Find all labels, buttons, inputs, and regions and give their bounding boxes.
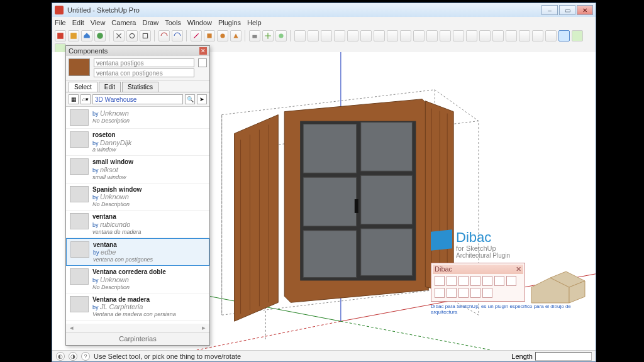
components-panel-close-icon[interactable]: ✕ (199, 47, 207, 55)
svg-line-10 (197, 321, 341, 350)
toolbar-button[interactable] (374, 30, 385, 41)
window-maximize-button[interactable]: ▭ (559, 5, 575, 15)
dibac-tool-button[interactable] (506, 276, 516, 286)
status-icon[interactable]: ◐ (56, 352, 65, 361)
toolbar-button[interactable] (387, 30, 398, 41)
home-icon[interactable]: ⌂▾ (80, 94, 91, 104)
component-result-item[interactable]: Ventana corredera doble by Unknown No De… (66, 266, 209, 293)
component-result-item[interactable]: Ventana de madera by JL Carpinteria Vent… (66, 293, 209, 321)
toolbar-button[interactable] (479, 30, 491, 41)
components-panel[interactable]: Components ✕ Select Edit Statistics ▦ ⌂▾… (65, 45, 210, 346)
window-close-button[interactable]: ✕ (577, 5, 593, 15)
toolbar-button[interactable] (413, 30, 425, 41)
nav-prev-icon[interactable]: ◂ (70, 324, 74, 332)
toolbar-button[interactable] (466, 30, 477, 41)
toolbar-button[interactable] (308, 30, 319, 41)
dibac-tool-button[interactable] (470, 288, 480, 298)
dibac-tool-button[interactable] (482, 288, 492, 298)
dibac-tool-button[interactable] (494, 276, 504, 286)
toolbar-button[interactable] (545, 30, 557, 41)
toolbar-button[interactable] (126, 30, 138, 41)
arrow-icon[interactable]: ➤ (197, 94, 207, 104)
component-name-input[interactable] (94, 69, 194, 77)
search-icon[interactable]: 🔍 (185, 94, 195, 104)
menu-edit[interactable]: Edit (72, 19, 84, 26)
result-author: by DannyDijk (92, 139, 131, 147)
toolbar-button[interactable] (506, 30, 517, 41)
menu-tools[interactable]: Tools (165, 19, 181, 26)
component-result-item[interactable]: Spanish window by Unknown No Description (66, 184, 209, 211)
status-icon[interactable]: ◑ (69, 352, 77, 361)
toolbar-button[interactable] (94, 30, 106, 41)
dibac-tool-button[interactable] (458, 288, 469, 298)
menu-help[interactable]: Help (247, 19, 262, 26)
toolbar-button[interactable] (191, 30, 202, 41)
toolbar-button[interactable] (230, 30, 242, 41)
warehouse-source-input[interactable] (92, 94, 183, 104)
component-search-input[interactable] (94, 58, 194, 67)
component-result-item[interactable]: ventana by edbe ventana con postigones (66, 238, 209, 266)
toolbar-button[interactable] (113, 30, 125, 41)
toolbar-button[interactable] (426, 30, 438, 41)
menu-camera[interactable]: Camera (111, 19, 136, 26)
toolbar-button[interactable] (158, 30, 170, 41)
view-mode-icon[interactable]: ▦ (69, 94, 79, 104)
toolbar-button[interactable] (400, 30, 411, 41)
toolbar-button[interactable] (140, 30, 151, 41)
toolbar-button[interactable] (440, 30, 451, 41)
toolbar-button[interactable] (262, 30, 274, 41)
toolbar-button[interactable] (68, 30, 79, 41)
dibac-tool-button[interactable] (458, 276, 469, 286)
dibac-tool-button[interactable] (470, 276, 480, 286)
toolbar-button[interactable] (275, 30, 287, 41)
component-result-item[interactable]: ventana by rubicundo ventana de madera (66, 211, 209, 238)
dibac-tool-button[interactable] (435, 276, 445, 286)
menu-file[interactable]: File (55, 19, 66, 26)
components-results[interactable]: by Unknown No Description roseton by Dan… (66, 107, 209, 324)
toolbar-button[interactable] (492, 30, 504, 41)
toolbar-button[interactable] (360, 30, 372, 41)
dibac-brand: Dibac (456, 231, 510, 244)
titlebar[interactable]: Untitled - SketchUp Pro – ▭ ✕ (52, 3, 596, 17)
collection-name[interactable]: Carpinterias (66, 332, 209, 345)
result-name: ventana (93, 241, 153, 249)
toolbar-button[interactable] (294, 30, 306, 41)
menu-window[interactable]: Window (187, 19, 212, 26)
tab-edit[interactable]: Edit (99, 82, 121, 92)
dibac-tool-button[interactable] (482, 276, 492, 286)
toolbar-button[interactable] (347, 30, 358, 41)
dibac-panel-close-icon[interactable]: ✕ (516, 265, 521, 273)
svg-rect-19 (303, 124, 357, 173)
menu-plugins[interactable]: Plugins (218, 19, 241, 26)
menu-draw[interactable]: Draw (142, 19, 158, 26)
tab-statistics[interactable]: Statistics (122, 82, 158, 92)
toolbar-button[interactable] (532, 30, 543, 41)
toolbar-button[interactable] (321, 30, 332, 41)
pin-icon[interactable] (198, 58, 207, 67)
toolbar-button[interactable] (204, 30, 215, 41)
dibac-tool-button[interactable] (435, 288, 445, 298)
dibac-tool-button[interactable] (447, 276, 457, 286)
result-thumb (70, 109, 89, 126)
toolbar-button[interactable] (172, 30, 183, 41)
toolbar-button[interactable] (217, 30, 228, 41)
component-result-item[interactable]: by Unknown No Description (66, 107, 209, 129)
dibac-tool-button[interactable] (447, 288, 457, 298)
toolbar-button[interactable] (334, 30, 345, 41)
menu-view[interactable]: View (91, 19, 106, 26)
tab-select[interactable]: Select (69, 82, 97, 92)
toolbar-button[interactable] (572, 30, 583, 41)
toolbar-button[interactable] (81, 30, 92, 41)
nav-next-icon[interactable]: ▸ (202, 324, 206, 332)
toolbar-button[interactable] (519, 30, 530, 41)
window-minimize-button[interactable]: – (541, 5, 558, 15)
toolbar-button[interactable] (55, 30, 66, 41)
toolbar-button[interactable] (453, 30, 464, 41)
toolbar-button[interactable] (558, 30, 570, 41)
toolbar-button[interactable] (249, 30, 260, 41)
svg-rect-0 (57, 33, 64, 39)
length-input[interactable] (535, 352, 592, 361)
component-result-item[interactable]: roseton by DannyDijk a window (66, 129, 209, 156)
component-result-item[interactable]: small window by niksot small window (66, 156, 209, 183)
status-help-icon[interactable]: ? (81, 352, 90, 361)
